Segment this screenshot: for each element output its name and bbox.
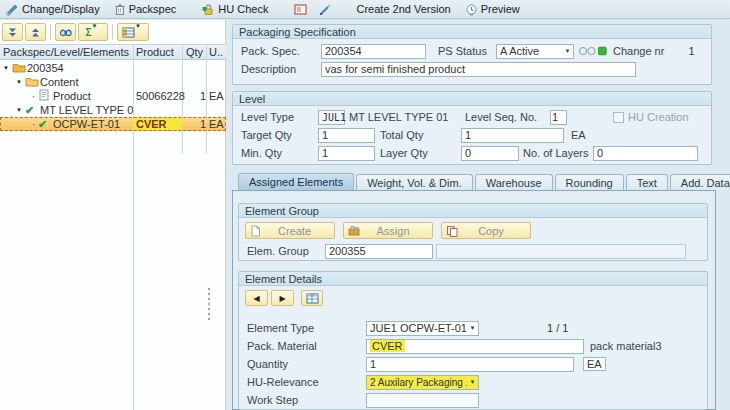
copy-button[interactable]: Copy <box>441 222 531 239</box>
tab-assigned-elements[interactable]: Assigned Elements <box>238 173 354 191</box>
expander-icon[interactable] <box>16 107 25 113</box>
pack-material-description: pack material3 <box>590 340 662 352</box>
tree-cell-unit: EA <box>206 90 226 102</box>
tree-row-content[interactable]: Content <box>0 75 226 89</box>
pack-spec-input[interactable] <box>321 44 426 59</box>
expander-icon[interactable] <box>3 65 12 71</box>
trash-icon <box>114 3 126 16</box>
layout-dropdown-caret-icon[interactable] <box>135 23 144 41</box>
elem-group-label: Elem. Group <box>247 245 325 257</box>
list-view-button[interactable] <box>301 290 323 306</box>
tree-toolbar: Σ <box>2 22 149 42</box>
wand-icon <box>319 3 332 16</box>
column-header-unit[interactable]: U.. <box>206 45 226 59</box>
tree-cell-qty: 1 <box>182 90 206 102</box>
sum-dropdown-caret-icon[interactable] <box>92 23 101 41</box>
elem-group-description-field <box>436 244 686 259</box>
change-nr-label: Change nr <box>613 45 664 57</box>
expand-all-button[interactable] <box>2 23 23 41</box>
level-type-code-field[interactable]: JUL1 <box>318 110 345 125</box>
elem-group-input[interactable] <box>325 244 433 259</box>
work-step-label: Work Step <box>247 394 366 406</box>
group-title: Packaging Specification <box>233 25 711 39</box>
hu-relevance-dropdown[interactable]: 2 Auxilary Packaging .. <box>366 375 479 390</box>
layout-button[interactable] <box>117 23 149 41</box>
pack-material-label: Pack. Material <box>247 340 366 352</box>
packaging-specification-group: Packaging Specification Pack. Spec. PS S… <box>232 24 712 85</box>
expand-all-icon <box>7 27 18 38</box>
min-qty-input[interactable] <box>318 146 375 161</box>
layer-qty-input[interactable] <box>461 146 519 161</box>
document-icon <box>38 89 53 103</box>
tree-row-element-selected[interactable]: OCPW-ET-01 CVER 1 EA <box>0 117 226 131</box>
quantity-input[interactable] <box>366 357 574 372</box>
next-element-button[interactable] <box>271 290 294 306</box>
create-page-icon <box>250 225 261 237</box>
total-qty-unit: EA <box>571 129 586 141</box>
tab-strip: Assigned Elements Weight, Vol. & Dim. Wa… <box>238 173 730 191</box>
column-header-packspec[interactable]: Packspec/Level/Elements <box>0 45 133 59</box>
level-type-text: MT LEVEL TYPE 01 <box>349 111 465 123</box>
column-header-product[interactable]: Product <box>133 45 182 59</box>
delete-packspec-button[interactable]: Packspec <box>114 3 177 16</box>
tree-cell-product: 50066228 <box>133 90 182 102</box>
min-qty-label: Min. Qty <box>241 147 318 159</box>
quantity-unit-field[interactable]: EA <box>583 357 606 371</box>
assign-button[interactable]: Assign <box>343 222 433 239</box>
element-type-label: Element Type <box>247 322 366 334</box>
layer-qty-label: Layer Qty <box>380 147 461 159</box>
previous-element-button[interactable] <box>245 290 268 306</box>
tab-add-data[interactable]: Add. Data <box>670 174 730 191</box>
tree-row-packspec[interactable]: 200354 <box>0 61 226 75</box>
work-step-input[interactable] <box>366 393 479 408</box>
element-position-indicator: 1 / 1 <box>547 322 568 334</box>
hu-relevance-label: HU-Relevance <box>247 376 366 388</box>
level-group: Level Level Type JUL1 MT LEVEL TYPE 01 L… <box>232 91 712 165</box>
level-seq-input[interactable] <box>550 110 567 125</box>
level-type-label: Level Type <box>241 111 318 123</box>
pack-material-value-highlighted: CVER <box>370 340 405 352</box>
column-header-qty[interactable]: Qty <box>182 45 206 59</box>
element-type-dropdown[interactable]: JUE1 OCPW-ET-01 <box>366 321 479 336</box>
find-button[interactable] <box>55 23 76 41</box>
tree-row-level[interactable]: MT LEVEL TYPE 01 <box>0 103 226 117</box>
hu-check-label: HU Check <box>218 3 268 15</box>
tab-rounding[interactable]: Rounding <box>555 174 624 191</box>
pack-material-input[interactable]: CVER <box>366 339 584 354</box>
ps-status-dropdown[interactable]: A Active <box>496 44 574 59</box>
splitter-handle[interactable] <box>208 288 210 320</box>
change-display-icon <box>5 3 19 16</box>
expander-icon[interactable] <box>16 79 25 85</box>
hu-lock-icon <box>202 3 215 16</box>
edit-tool-button[interactable] <box>319 3 335 16</box>
description-input[interactable] <box>321 62 636 77</box>
tab-text[interactable]: Text <box>626 174 668 191</box>
display-area-button[interactable] <box>294 4 310 15</box>
sum-button[interactable]: Σ <box>78 23 108 41</box>
ps-status-label: PS Status <box>438 45 496 57</box>
box-icon <box>294 4 307 15</box>
chevron-down-icon <box>467 325 478 331</box>
hu-relevance-value-highlighted: 2 Auxilary Packaging .. <box>370 377 467 388</box>
create-2nd-version-button[interactable]: Create 2nd Version <box>356 3 450 15</box>
no-of-layers-input[interactable] <box>593 146 698 161</box>
status-lights-icon <box>578 46 608 56</box>
create-button[interactable]: Create <box>245 222 335 239</box>
assign-label: Assign <box>364 225 422 237</box>
hu-creation-label: HU Creation <box>628 111 689 123</box>
tree-row-product[interactable]: Product 50066228 1 EA <box>0 89 226 103</box>
no-of-layers-label: No. of Layers <box>523 147 593 159</box>
tab-weight-vol-dim[interactable]: Weight, Vol. & Dim. <box>356 174 473 191</box>
target-qty-input[interactable] <box>318 128 375 143</box>
total-qty-input[interactable] <box>461 128 564 143</box>
change-display-button[interactable]: Change/Display <box>5 3 100 16</box>
hu-check-button[interactable]: HU Check <box>202 3 268 16</box>
tree-row-label: OCPW-ET-01 <box>53 118 120 130</box>
tab-warehouse[interactable]: Warehouse <box>475 174 553 191</box>
preview-button[interactable]: Preview <box>465 3 520 16</box>
description-label: Description <box>241 63 321 75</box>
pack-spec-label: Pack. Spec. <box>241 45 321 57</box>
hu-creation-checkbox[interactable] <box>613 112 624 123</box>
chevron-down-icon <box>562 48 573 54</box>
collapse-all-button[interactable] <box>25 23 46 41</box>
